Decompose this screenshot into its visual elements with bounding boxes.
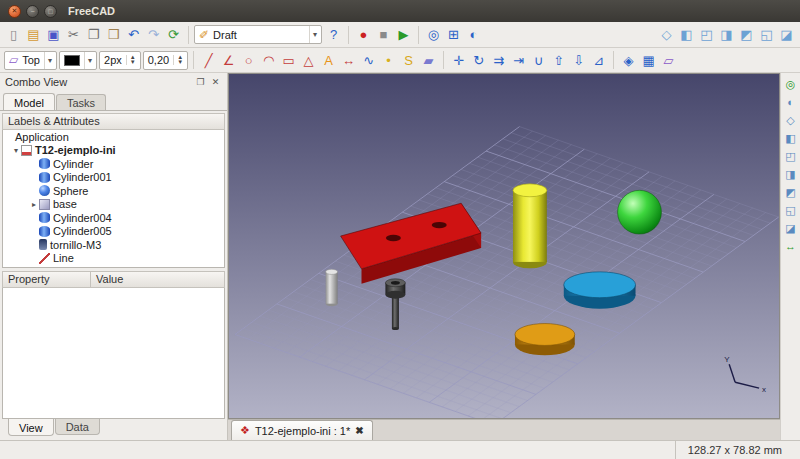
object-gray-cylinder[interactable]	[326, 269, 338, 306]
draft-join-icon[interactable]: ∪	[529, 51, 548, 70]
whats-this-icon[interactable]: ?	[324, 25, 343, 44]
working-plane-icon[interactable]: ▱	[659, 51, 678, 70]
viewport-canvas[interactable]: x Y	[229, 74, 779, 418]
save-icon[interactable]: ▣	[44, 25, 63, 44]
view-bottom-icon[interactable]: ◱	[782, 202, 800, 219]
draft-move-icon[interactable]: ✛	[449, 51, 468, 70]
maximize-button[interactable]: □	[44, 5, 57, 18]
close-tab-icon[interactable]: ✖	[355, 425, 363, 436]
3d-viewport[interactable]: x Y	[228, 73, 780, 419]
snap-lock-icon[interactable]: ◈	[619, 51, 638, 70]
view-front-icon[interactable]: ◧	[782, 130, 800, 147]
refresh-icon[interactable]: ⟳	[164, 25, 183, 44]
minimize-button[interactable]: −	[26, 5, 39, 18]
line-width-select[interactable]: 2px	[99, 51, 141, 70]
draft-circle-icon[interactable]: ○	[239, 51, 258, 70]
copy-icon[interactable]: ❐	[84, 25, 103, 44]
float-panel-icon[interactable]: ❐	[194, 76, 207, 89]
expander-icon[interactable]: ▾	[11, 146, 21, 155]
view-axonometric-icon[interactable]: ◇	[782, 112, 800, 129]
zoom-box-icon[interactable]: ⊞	[444, 25, 463, 44]
view-fit-all-icon[interactable]: ◎	[782, 76, 800, 93]
measure-distance-icon[interactable]: ↔	[782, 238, 800, 255]
object-yellow-cylinder[interactable]	[513, 184, 547, 269]
view-rear-icon[interactable]: ◩	[737, 25, 756, 44]
close-panel-icon[interactable]: ✕	[209, 76, 222, 89]
view-left-icon[interactable]: ◪	[782, 220, 800, 237]
draft-scale-icon[interactable]: ⊿	[589, 51, 608, 70]
undo-icon[interactable]: ↶	[124, 25, 143, 44]
document-tab[interactable]: ❖ T12-ejemplo-ini : 1* ✖	[231, 420, 373, 440]
tree-item-cylinder001[interactable]: Cylinder001	[3, 171, 224, 185]
draft-facebinder-icon[interactable]: ▰	[419, 51, 438, 70]
view-left-icon[interactable]: ◪	[777, 25, 796, 44]
tab-data[interactable]: Data	[55, 419, 100, 435]
toggle-grid-icon[interactable]: ▦	[639, 51, 658, 70]
draft-rotate-icon[interactable]: ↻	[469, 51, 488, 70]
draft-text-icon[interactable]: A	[319, 51, 338, 70]
expander-icon[interactable]: ▸	[29, 200, 39, 209]
draft-offset-icon[interactable]: ⇉	[489, 51, 508, 70]
property-column-header[interactable]: Property	[3, 272, 91, 287]
zoom-all-icon[interactable]: ◎	[424, 25, 443, 44]
scale-spinbox[interactable]: 0,20	[143, 51, 188, 70]
dropdown-arrow-icon[interactable]: ▾	[309, 26, 317, 43]
new-file-icon[interactable]: ▯	[4, 25, 23, 44]
draft-shapestring-icon[interactable]: S	[399, 51, 418, 70]
macro-play-icon[interactable]: ▶	[394, 25, 413, 44]
view-right-icon[interactable]: ◨	[782, 166, 800, 183]
view-bottom-icon[interactable]: ◱	[757, 25, 776, 44]
tree-item-base[interactable]: ▸base	[3, 198, 224, 212]
tree-item-cylinder004[interactable]: Cylinder004	[3, 211, 224, 225]
tree-item-application[interactable]: Application	[3, 130, 224, 144]
close-button[interactable]: ✕	[8, 5, 21, 18]
tree-item-cylinder005[interactable]: Cylinder005	[3, 225, 224, 239]
draft-point-icon[interactable]: •	[379, 51, 398, 70]
draft-line-icon[interactable]: ╱	[199, 51, 218, 70]
view-rear-icon[interactable]: ◩	[782, 184, 800, 201]
view-axonometric-icon[interactable]: ◇	[657, 25, 676, 44]
redo-icon[interactable]: ↷	[144, 25, 163, 44]
view-top-icon[interactable]: ◰	[697, 25, 716, 44]
draft-rectangle-icon[interactable]: ▭	[279, 51, 298, 70]
object-blue-disc[interactable]	[564, 272, 636, 309]
draft-trimex-icon[interactable]: ⇥	[509, 51, 528, 70]
draft-downgrade-icon[interactable]: ⇩	[569, 51, 588, 70]
draft-dimension-icon[interactable]: ↔	[339, 51, 358, 70]
draft-arc-icon[interactable]: ◠	[259, 51, 278, 70]
line-color-picker[interactable]: ▾	[59, 51, 97, 70]
tree-item-tornillo-m3[interactable]: tornillo-M3	[3, 238, 224, 252]
draft-upgrade-icon[interactable]: ⇧	[549, 51, 568, 70]
tree-item-sphere[interactable]: Sphere	[3, 184, 224, 198]
tree-item-cylinder[interactable]: Cylinder	[3, 157, 224, 171]
workbench-selector[interactable]: ✐ Draft ▾	[194, 25, 322, 44]
tab-view[interactable]: View	[8, 419, 54, 436]
titlebar[interactable]: ✕ − □ FreeCAD	[0, 0, 800, 22]
object-green-sphere[interactable]	[618, 190, 662, 234]
dropdown-arrow-icon[interactable]: ▾	[44, 52, 52, 69]
tree-item-t12-ejemplo-ini[interactable]: ▾T12-ejemplo-ini	[3, 144, 224, 158]
draft-bspline-icon[interactable]: ∿	[359, 51, 378, 70]
value-column-header[interactable]: Value	[91, 272, 224, 287]
macro-stop-icon[interactable]: ■	[374, 25, 393, 44]
view-front-icon[interactable]: ◧	[677, 25, 696, 44]
draw-style-icon[interactable]: ◐	[464, 25, 483, 44]
draft-polygon-icon[interactable]: △	[299, 51, 318, 70]
spinner-arrows-icon[interactable]	[126, 55, 136, 65]
view-right-icon[interactable]: ◨	[717, 25, 736, 44]
open-folder-icon[interactable]: ▤	[24, 25, 43, 44]
draft-polyline-icon[interactable]: ∠	[219, 51, 238, 70]
plate-hole	[432, 222, 447, 228]
view-draw-style-icon[interactable]: ◐	[782, 94, 800, 111]
spinner-arrows-icon[interactable]	[173, 55, 183, 65]
cut-icon[interactable]: ✂	[64, 25, 83, 44]
tab-tasks[interactable]: Tasks	[56, 94, 106, 110]
paste-icon[interactable]: ❒	[104, 25, 123, 44]
dropdown-arrow-icon[interactable]: ▾	[84, 52, 92, 69]
tab-model[interactable]: Model	[3, 93, 55, 110]
view-plane-button[interactable]: ▱ Top ▾	[4, 51, 57, 70]
tree-item-line[interactable]: Line	[3, 252, 224, 266]
object-orange-disc[interactable]	[515, 324, 575, 356]
macro-record-icon[interactable]: ●	[354, 25, 373, 44]
view-top-icon[interactable]: ◰	[782, 148, 800, 165]
